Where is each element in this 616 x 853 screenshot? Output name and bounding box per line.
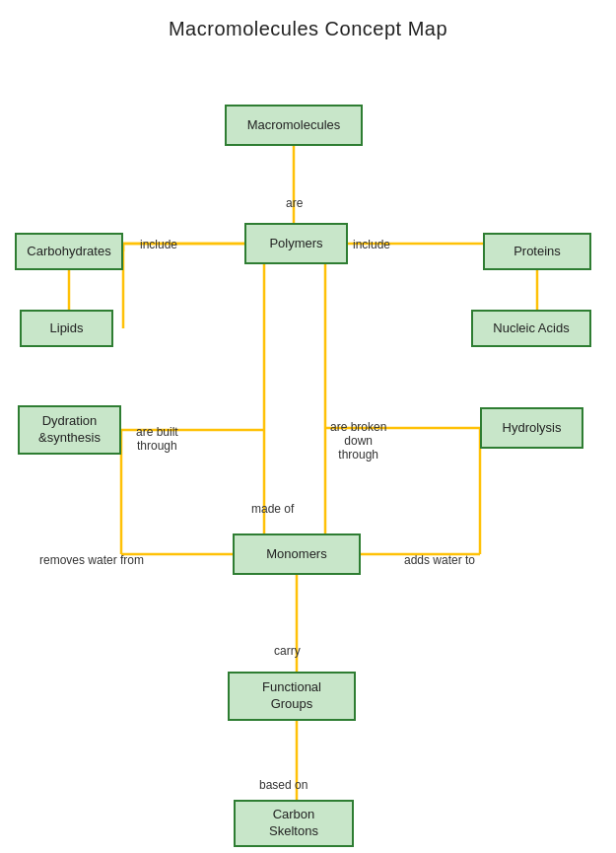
node-nucleicacids: Nucleic Acids bbox=[471, 310, 591, 347]
node-functionalgroups: Functional Groups bbox=[228, 672, 356, 721]
node-carbonskeltons: Carbon Skeltons bbox=[234, 800, 354, 847]
label-are-broken: are broken down through bbox=[330, 420, 386, 462]
label-are: are bbox=[286, 196, 303, 210]
label-carry: carry bbox=[274, 644, 301, 658]
label-based-on: based on bbox=[259, 778, 308, 792]
node-hydrolysis: Hydrolysis bbox=[480, 407, 583, 449]
label-include-left: include bbox=[140, 238, 177, 251]
node-lipids: Lipids bbox=[20, 310, 113, 347]
label-include-right: include bbox=[353, 238, 390, 251]
node-dehydration: Dydration &synthesis bbox=[18, 405, 121, 455]
label-made-of: made of bbox=[251, 502, 294, 516]
node-macromolecules: Macromolecules bbox=[225, 105, 363, 146]
label-are-built: are built through bbox=[136, 425, 178, 453]
node-proteins: Proteins bbox=[483, 233, 591, 270]
node-polymers: Polymers bbox=[244, 223, 348, 264]
page-title: Macromolecules Concept Map bbox=[0, 0, 616, 40]
concept-map: Macromolecules Polymers Carbohydrates Li… bbox=[0, 50, 616, 853]
label-adds: adds water to bbox=[404, 553, 475, 567]
node-monomers: Monomers bbox=[233, 533, 361, 575]
node-carbohydrates: Carbohydrates bbox=[15, 233, 123, 270]
label-removes: removes water from bbox=[39, 553, 144, 567]
